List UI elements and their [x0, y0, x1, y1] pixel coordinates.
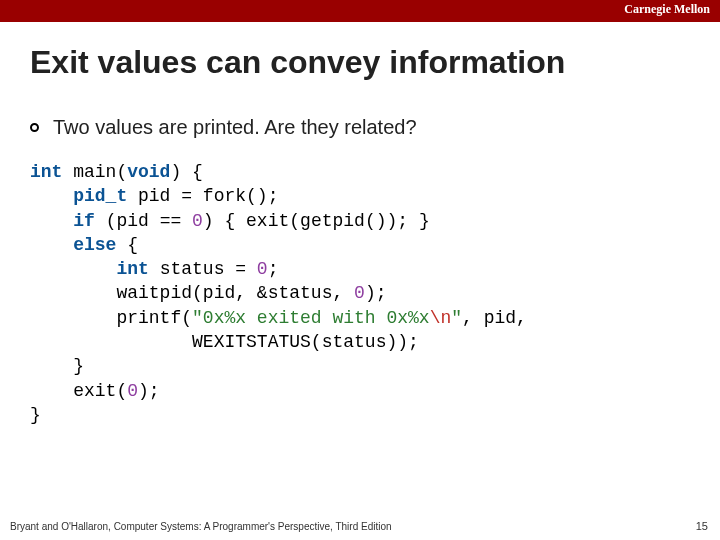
- bullet-row: Two values are printed. Are they related…: [30, 116, 417, 139]
- code-token: [30, 259, 116, 279]
- footer-citation: Bryant and O'Hallaron, Computer Systems:…: [10, 521, 392, 532]
- code-token: \n: [430, 308, 452, 328]
- code-token: pid_t: [30, 186, 127, 206]
- code-token: , pid,: [462, 308, 527, 328]
- code-token: }: [30, 356, 84, 376]
- code-token: "0x%x exited with 0x%x: [192, 308, 430, 328]
- code-token: printf(: [30, 308, 192, 328]
- page-number: 15: [696, 520, 708, 532]
- code-token: WEXITSTATUS(status));: [30, 332, 419, 352]
- code-token: else: [73, 235, 116, 255]
- code-token: if: [73, 211, 95, 231]
- slide: Carnegie Mellon Exit values can convey i…: [0, 0, 720, 540]
- code-token: pid = fork();: [127, 186, 278, 206]
- code-token: }: [30, 405, 41, 425]
- code-token: ) { exit(getpid()); }: [203, 211, 430, 231]
- code-token: 0: [192, 211, 203, 231]
- code-token: ) {: [170, 162, 202, 182]
- slide-title: Exit values can convey information: [30, 44, 565, 81]
- code-token: int: [30, 162, 62, 182]
- code-token: 0: [354, 283, 365, 303]
- code-token: );: [365, 283, 387, 303]
- code-token: 0: [257, 259, 268, 279]
- bullet-text: Two values are printed. Are they related…: [53, 116, 417, 139]
- bullet-icon: [30, 123, 39, 132]
- code-token: (pid ==: [95, 211, 192, 231]
- code-token: void: [127, 162, 170, 182]
- code-token: status =: [149, 259, 257, 279]
- code-block: int main(void) { pid_t pid = fork(); if …: [30, 160, 690, 427]
- code-token: ;: [268, 259, 279, 279]
- code-token: [30, 235, 73, 255]
- code-token: 0: [127, 381, 138, 401]
- header-bar: Carnegie Mellon: [0, 0, 720, 22]
- code-token: );: [138, 381, 160, 401]
- code-token: [30, 211, 73, 231]
- code-token: ": [451, 308, 462, 328]
- brand-label: Carnegie Mellon: [624, 2, 710, 17]
- code-token: main(: [62, 162, 127, 182]
- code-token: int: [116, 259, 148, 279]
- code-token: waitpid(pid, &status,: [30, 283, 354, 303]
- code-token: exit(: [30, 381, 127, 401]
- code-token: {: [116, 235, 138, 255]
